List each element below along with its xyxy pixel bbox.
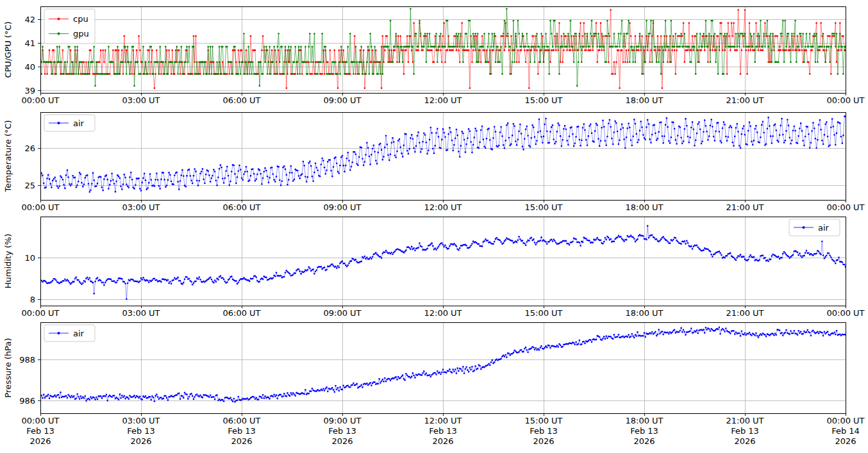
svg-text:00:00 UT: 00:00 UT <box>21 202 59 211</box>
svg-text:09:00 UT: 09:00 UT <box>323 308 361 317</box>
svg-text:41: 41 <box>24 38 35 48</box>
svg-text:12:00 UT: 12:00 UT <box>424 95 462 105</box>
svg-text:2026: 2026 <box>29 436 51 446</box>
svg-text:2026: 2026 <box>533 436 554 446</box>
legend-label-air: air <box>818 223 830 233</box>
svg-text:06:00 UT: 06:00 UT <box>222 416 260 425</box>
svg-text:42: 42 <box>24 15 35 24</box>
svg-text:Feb 13: Feb 13 <box>630 426 658 436</box>
svg-text:40: 40 <box>24 62 35 72</box>
svg-text:00:00 UT: 00:00 UT <box>21 416 59 425</box>
y-axis-label: CPU/GPU (°C) <box>3 21 13 78</box>
svg-text:18:00 UT: 18:00 UT <box>625 202 663 211</box>
chart-cpu-gpu-panel: 00:00 UT03:00 UT06:00 UT09:00 UT12:00 UT… <box>0 0 868 106</box>
figure: 00:00 UT03:00 UT06:00 UT09:00 UT12:00 UT… <box>0 0 868 453</box>
x-tick-labels: 00:00 UT03:00 UT06:00 UT09:00 UT12:00 UT… <box>21 202 864 211</box>
svg-text:2026: 2026 <box>231 436 252 446</box>
legend: air <box>44 115 95 131</box>
svg-text:15:00 UT: 15:00 UT <box>524 95 562 105</box>
y-tick-labels: 986988 <box>19 355 35 406</box>
svg-text:2026: 2026 <box>633 436 655 446</box>
chart-temperature-panel: 00:00 UT03:00 UT06:00 UT09:00 UT12:00 UT… <box>0 106 868 211</box>
svg-text:06:00 UT: 06:00 UT <box>222 308 260 317</box>
legend: cpugpu <box>44 9 95 44</box>
svg-text:Feb 13: Feb 13 <box>228 426 256 436</box>
svg-text:Feb 13: Feb 13 <box>731 426 759 436</box>
svg-text:00:00 UT: 00:00 UT <box>21 95 59 105</box>
chart-pressure-panel: 00:00 UTFeb 13202603:00 UTFeb 13202606:0… <box>0 317 868 453</box>
legend-label-air: air <box>73 329 85 338</box>
svg-text:15:00 UT: 15:00 UT <box>524 308 562 317</box>
legend-label-cpu: cpu <box>73 14 88 24</box>
svg-text:21:00 UT: 21:00 UT <box>726 95 764 105</box>
svg-text:Feb 13: Feb 13 <box>530 426 558 436</box>
axis-ticks <box>38 258 846 308</box>
svg-text:2026: 2026 <box>432 436 453 446</box>
svg-text:00:00 UT: 00:00 UT <box>826 202 864 211</box>
svg-text:15:00 UT: 15:00 UT <box>524 202 562 211</box>
svg-text:2026: 2026 <box>331 436 353 446</box>
svg-text:Feb 13: Feb 13 <box>429 426 457 436</box>
svg-text:15:00 UT: 15:00 UT <box>524 416 562 425</box>
svg-text:Feb 13: Feb 13 <box>328 426 356 436</box>
svg-text:12:00 UT: 12:00 UT <box>424 416 462 425</box>
svg-text:21:00 UT: 21:00 UT <box>726 416 764 425</box>
legend: air <box>789 219 840 236</box>
svg-text:03:00 UT: 03:00 UT <box>122 202 160 211</box>
svg-text:39: 39 <box>24 86 35 95</box>
svg-text:Feb 14: Feb 14 <box>831 426 860 436</box>
x-tick-labels: 00:00 UT03:00 UT06:00 UT09:00 UT12:00 UT… <box>21 308 864 317</box>
svg-text:09:00 UT: 09:00 UT <box>323 95 361 105</box>
y-axis-label: Humidity (%) <box>3 234 13 289</box>
svg-text:03:00 UT: 03:00 UT <box>122 416 160 425</box>
svg-text:988: 988 <box>19 355 35 365</box>
svg-text:12:00 UT: 12:00 UT <box>424 202 462 211</box>
svg-text:25: 25 <box>24 181 35 190</box>
svg-text:2026: 2026 <box>835 436 856 446</box>
x-tick-labels: 00:00 UT03:00 UT06:00 UT09:00 UT12:00 UT… <box>21 95 864 105</box>
y-tick-labels: 2526 <box>24 144 35 190</box>
legend: air <box>44 325 95 342</box>
y-axis-label: Pressure (hPa) <box>3 338 13 397</box>
svg-text:10: 10 <box>24 253 35 263</box>
legend-label-gpu: gpu <box>73 29 89 38</box>
y-tick-labels: 39404142 <box>24 15 35 95</box>
svg-text:03:00 UT: 03:00 UT <box>122 308 160 317</box>
svg-text:18:00 UT: 18:00 UT <box>625 308 663 317</box>
svg-text:26: 26 <box>24 144 35 153</box>
axis-ticks <box>38 359 846 416</box>
svg-text:06:00 UT: 06:00 UT <box>222 95 260 105</box>
svg-text:00:00 UT: 00:00 UT <box>826 95 864 105</box>
svg-text:06:00 UT: 06:00 UT <box>222 202 260 211</box>
svg-text:00:00 UT: 00:00 UT <box>826 416 864 425</box>
svg-text:Feb 13: Feb 13 <box>26 426 54 436</box>
svg-text:00:00 UT: 00:00 UT <box>826 308 864 317</box>
svg-text:03:00 UT: 03:00 UT <box>122 95 160 105</box>
svg-text:18:00 UT: 18:00 UT <box>625 416 663 425</box>
svg-text:09:00 UT: 09:00 UT <box>323 416 361 425</box>
y-tick-labels: 810 <box>24 253 35 304</box>
svg-text:8: 8 <box>30 295 35 304</box>
svg-text:2026: 2026 <box>734 436 755 446</box>
svg-text:09:00 UT: 09:00 UT <box>323 202 361 211</box>
gridlines <box>40 322 846 413</box>
svg-text:986: 986 <box>19 396 35 406</box>
chart-humidity-panel: 00:00 UT03:00 UT06:00 UT09:00 UT12:00 UT… <box>0 211 868 317</box>
axis-ticks <box>38 149 846 202</box>
svg-text:18:00 UT: 18:00 UT <box>625 95 663 105</box>
x-tick-labels: 00:00 UTFeb 13202603:00 UTFeb 13202606:0… <box>21 416 864 446</box>
svg-text:2026: 2026 <box>130 436 151 446</box>
svg-text:21:00 UT: 21:00 UT <box>726 202 764 211</box>
legend-label-air: air <box>73 119 85 128</box>
gridlines <box>40 217 846 306</box>
svg-text:00:00 UT: 00:00 UT <box>21 308 59 317</box>
svg-text:12:00 UT: 12:00 UT <box>424 308 462 317</box>
svg-text:21:00 UT: 21:00 UT <box>726 308 764 317</box>
svg-text:Feb 13: Feb 13 <box>127 426 155 436</box>
y-axis-label: Temperature (°C) <box>3 120 13 192</box>
